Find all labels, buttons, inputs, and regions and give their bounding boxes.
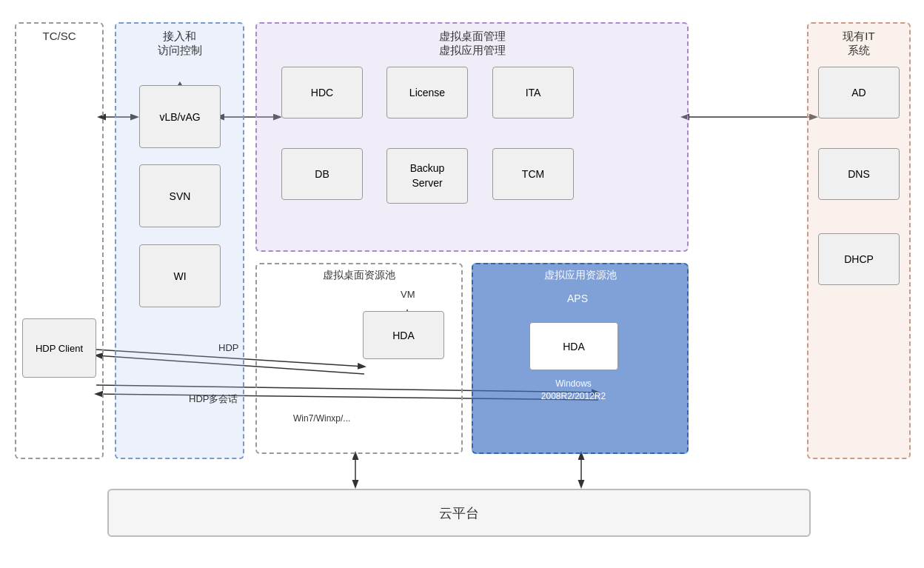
aps-label: APS [567,293,588,304]
access-control-label: 接入和 访问控制 [116,30,243,58]
hdp-client-box: HDP Client [22,318,96,378]
hdc-box: HDC [281,67,363,118]
tcm-box: TCM [492,148,574,200]
tc-sc-region: TC/SC [15,22,104,459]
dhcp-box: DHCP [818,233,900,285]
svn-box: SVN [139,164,221,227]
vd-management-label: 虚拟桌面管理 虚拟应用管理 [257,30,687,58]
backup-server-box: Backup Server [386,148,468,204]
vm-label: VM [401,289,415,300]
db-box: DB [281,148,363,200]
diagram-container: TC/SC 接入和 访问控制 虚拟桌面管理 虚拟应用管理 现有IT 系统 虚拟桌… [0,0,924,568]
ita-box: ITA [492,67,574,118]
dns-box: DNS [818,148,900,200]
hdp-multi-label: HDP多会话 [189,392,238,406]
cloud-platform-label: 云平台 [439,504,479,522]
hdp-label: HDP [218,342,238,353]
vd-management-region: 虚拟桌面管理 虚拟应用管理 [255,22,689,252]
license-box: License [386,67,468,118]
wi-box: WI [139,244,221,307]
tc-sc-label: TC/SC [16,30,102,42]
va-pool-label: 虚拟应用资源池 [473,269,687,282]
win7-label: Win7/Winxp/... [293,413,350,424]
cloud-platform-box: 云平台 [107,489,811,537]
ad-box: AD [818,67,900,118]
windows2008-label: Windows 2008R2/2012R2 [527,378,620,403]
hda-vd-box: HDA [363,311,444,359]
vlb-vag-box: vLB/vAG [139,85,221,148]
vd-pool-label: 虚拟桌面资源池 [257,269,461,282]
it-system-label: 现有IT 系统 [808,30,909,58]
hda-va-box: HDA [529,322,618,370]
